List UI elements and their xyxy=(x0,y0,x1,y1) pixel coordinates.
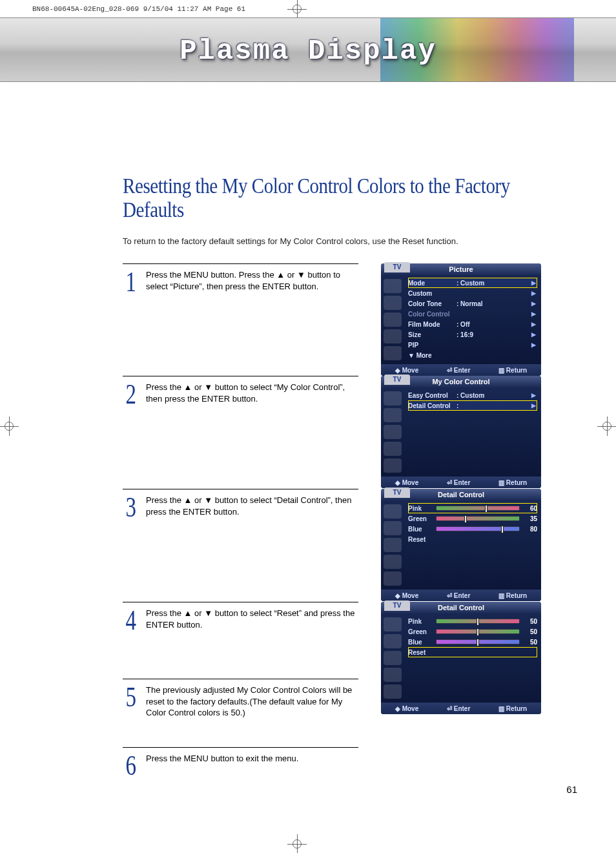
osd-category-icon xyxy=(384,571,402,586)
chevron-right-icon: ▶ xyxy=(531,311,536,317)
slider-row-pink[interactable]: Pink 50 xyxy=(408,616,537,626)
step-text: The previously adjusted My Color Control… xyxy=(146,683,358,719)
osd-category-icon xyxy=(384,408,402,422)
page-title: Resetting the My Color Control Colors to… xyxy=(123,174,520,222)
osd-footer: ◆ Move ⏎ Enter ▥ Return xyxy=(381,590,541,601)
osd-screenshot-detail2: TV Detail Control Pink 50 Green 50 Blue xyxy=(381,602,541,714)
registration-mark-icon xyxy=(287,834,307,853)
tv-tab: TV xyxy=(384,262,410,272)
menu-row[interactable]: ▼ More xyxy=(408,350,537,360)
slider-thumb-icon[interactable] xyxy=(464,515,467,523)
osd-category-icon xyxy=(384,684,402,699)
slider-value: 80 xyxy=(523,526,537,533)
menu-label: Mode xyxy=(408,280,457,287)
registration-mark-icon xyxy=(597,416,616,436)
print-meta-line: BN68-00645A-02Eng_028-069 9/15/04 11:27 … xyxy=(32,5,245,13)
osd-category-icon xyxy=(384,296,402,310)
slider-label: Green xyxy=(408,628,433,635)
slider-thumb-icon[interactable] xyxy=(501,526,504,533)
step-text: Press the ▲ or ▼ button to select “My Co… xyxy=(146,380,358,407)
osd-icon-column xyxy=(381,275,407,364)
enter-hint: ⏎ Enter xyxy=(447,705,470,712)
slider-value: 50 xyxy=(523,628,537,635)
slider-row-green[interactable]: Green 50 xyxy=(408,626,537,637)
osd-category-icon xyxy=(384,504,402,519)
intro-text: To return to the factory default setting… xyxy=(123,236,575,246)
chevron-right-icon: ▶ xyxy=(531,331,536,338)
menu-row[interactable]: Easy Control : Custom▶ xyxy=(408,390,537,400)
menu-row[interactable]: Detail Control :▶ xyxy=(408,400,537,411)
slider-thumb-icon[interactable] xyxy=(477,618,479,626)
slider-value: 50 xyxy=(523,639,537,646)
menu-value: : xyxy=(457,402,492,409)
reset-row[interactable]: Reset xyxy=(408,647,537,657)
step-4: 4 Press the ▲ or ▼ button to select “Res… xyxy=(123,602,358,633)
slider-track[interactable] xyxy=(436,516,520,521)
step-number: 2 xyxy=(126,380,143,407)
slider-thumb-icon[interactable] xyxy=(477,639,479,646)
menu-value: : Off xyxy=(457,321,492,328)
chevron-right-icon: ▶ xyxy=(531,321,536,327)
step-text: Press the ▲ or ▼ button to select “Reset… xyxy=(146,606,358,633)
move-hint: ◆ Move xyxy=(395,705,418,712)
osd-category-icon xyxy=(384,279,402,293)
move-hint: ◆ Move xyxy=(395,479,418,486)
osd-category-icon xyxy=(384,555,402,569)
slider-track[interactable] xyxy=(436,639,520,644)
osd-category-icon xyxy=(384,329,402,344)
osd-category-icon xyxy=(384,442,402,456)
registration-mark-icon xyxy=(287,0,307,19)
menu-label: Color Tone xyxy=(408,300,457,307)
reset-row[interactable]: Reset xyxy=(408,534,537,544)
step-2: 2 Press the ▲ or ▼ button to select “My … xyxy=(123,376,358,407)
move-hint: ◆ Move xyxy=(395,367,418,374)
menu-label: Easy Control xyxy=(408,392,457,399)
slider-track[interactable] xyxy=(436,506,520,511)
slider-row-blue[interactable]: Blue 50 xyxy=(408,637,537,647)
slider-row-green[interactable]: Green 35 xyxy=(408,513,537,524)
osd-category-icon xyxy=(384,313,402,327)
menu-row[interactable]: Size : 16:9▶ xyxy=(408,329,537,340)
menu-row[interactable]: Color Tone : Normal▶ xyxy=(408,298,537,309)
move-hint: ◆ Move xyxy=(395,592,418,599)
registration-mark-icon xyxy=(0,416,19,436)
osd-category-icon xyxy=(384,668,402,682)
chevron-right-icon: ▶ xyxy=(531,402,536,409)
osd-category-icon xyxy=(384,634,402,648)
slider-row-pink[interactable]: Pink 60 xyxy=(408,503,537,513)
slider-thumb-icon[interactable] xyxy=(477,628,479,636)
tv-tab: TV xyxy=(384,601,410,611)
osd-category-icon xyxy=(384,391,402,406)
osd-icon-column xyxy=(381,387,407,477)
chevron-right-icon: ▶ xyxy=(531,300,536,307)
slider-track[interactable] xyxy=(436,619,520,624)
chevron-right-icon: ▶ xyxy=(531,342,536,348)
menu-row[interactable]: Film Mode : Off▶ xyxy=(408,319,537,329)
enter-hint: ⏎ Enter xyxy=(447,479,470,486)
slider-thumb-icon[interactable] xyxy=(485,505,488,513)
tv-tab: TV xyxy=(384,375,410,385)
reset-label: Reset xyxy=(408,649,426,656)
step-5: 5 The previously adjusted My Color Contr… xyxy=(123,679,358,719)
slider-label: Blue xyxy=(408,639,433,646)
slider-track[interactable] xyxy=(436,629,520,634)
step-number: 1 xyxy=(126,268,143,295)
enter-hint: ⏎ Enter xyxy=(447,367,470,374)
slider-track[interactable] xyxy=(436,526,520,531)
osd-screenshot-detail1: TV Detail Control Pink 60 Green 35 Blue xyxy=(381,489,541,601)
osd-category-icon xyxy=(384,346,402,360)
step-text: Press the MENU button. Press the ▲ or ▼ … xyxy=(146,268,358,295)
menu-row[interactable]: Mode : Custom▶ xyxy=(408,278,537,288)
enter-hint: ⏎ Enter xyxy=(447,592,470,599)
menu-row[interactable]: PIP ▶ xyxy=(408,340,537,350)
slider-row-blue[interactable]: Blue 80 xyxy=(408,524,537,534)
osd-category-icon xyxy=(384,538,402,552)
chevron-right-icon: ▶ xyxy=(531,392,536,398)
menu-row[interactable]: Color Control ▶ xyxy=(408,309,537,319)
osd-screenshot-picture: TV Picture Mode : Custom▶ Custom ▶ Color… xyxy=(381,263,541,376)
step-number: 6 xyxy=(126,752,143,779)
banner-title: Plasma Display xyxy=(0,35,616,67)
menu-label: Color Control xyxy=(408,311,457,318)
banner: Plasma Display xyxy=(0,17,616,82)
menu-row[interactable]: Custom ▶ xyxy=(408,288,537,298)
